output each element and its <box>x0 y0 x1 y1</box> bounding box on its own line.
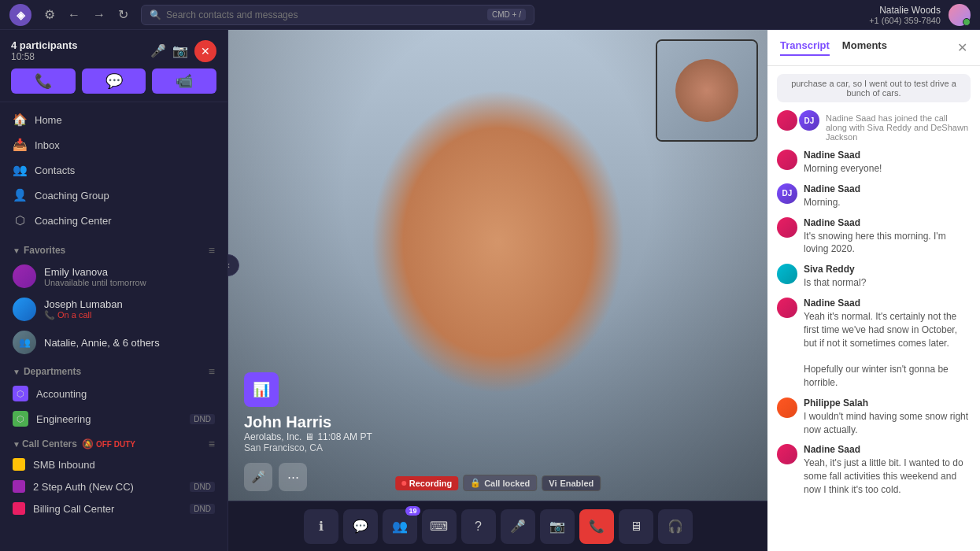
mic-button[interactable]: 🎤 <box>501 509 535 544</box>
sidebar: 4 participants 10:58 🎤 📷 ✕ 📞 💬 📹 🏠 Home <box>0 30 228 551</box>
tab-moments[interactable]: Moments <box>842 39 887 56</box>
camera-button[interactable]: 📷 <box>172 43 188 58</box>
2step-dnd-badge: DND <box>190 482 215 492</box>
coaching-center-icon: ⬡ <box>13 213 27 227</box>
msg-sender-5: Nadine Saad <box>804 298 971 309</box>
msg-sender-4: Siva Reddy <box>804 264 971 275</box>
forward-button[interactable]: → <box>90 5 109 25</box>
avatar[interactable] <box>949 4 971 26</box>
sidebar-item-contacts[interactable]: 👥 Contacts <box>0 157 227 183</box>
user-name: Natalie Woods <box>869 5 941 16</box>
favorite-group[interactable]: 👥 Natalie, Annie, & 6 others <box>0 326 227 359</box>
recording-dot <box>401 481 406 486</box>
transcript-close-button[interactable]: ✕ <box>957 40 967 55</box>
search-bar[interactable]: 🔍 CMD + / <box>141 5 534 25</box>
favorite-emily-avatar <box>13 264 36 288</box>
chat-button[interactable]: 💬 <box>343 509 378 544</box>
dept-accounting[interactable]: ⬡ Accounting <box>0 381 227 406</box>
caller-name: John Harris <box>244 413 372 431</box>
chat-action-button[interactable]: 💬 <box>82 68 146 94</box>
msg-nadine-3: Nadine Saad Yeah it's normal. It's certa… <box>777 298 971 390</box>
phone-action-button[interactable]: 📞 <box>11 68 76 94</box>
overlay-more-button[interactable]: ⋯ <box>279 463 307 491</box>
cc-smb-inbound-name: SMB Inbound <box>33 459 95 471</box>
sidebar-item-coaching-group[interactable]: 👤 Coaching Group <box>0 183 227 208</box>
search-input[interactable] <box>166 9 483 20</box>
keyboard-shortcut: CMD + / <box>487 9 526 20</box>
chat-icon: 💬 <box>353 519 368 534</box>
video-action-button[interactable]: 📹 <box>152 68 216 94</box>
sidebar-item-coaching-center[interactable]: ⬡ Coaching Center <box>0 208 227 233</box>
participants-button[interactable]: 👥 19 <box>383 509 417 544</box>
screen-share-button[interactable]: 🖥 <box>619 509 653 544</box>
favorites-label: Favorites <box>24 245 65 256</box>
pip-video <box>656 39 758 142</box>
screen-share-icon: 🖥 <box>630 520 642 534</box>
favorites-collapse-icon: ▼ <box>13 246 20 255</box>
msg-text-5: Yeah it's normal. It's certainly not the… <box>804 310 971 390</box>
call-timer: 10:58 <box>11 51 78 62</box>
msg-text-2: Morning. <box>804 196 971 209</box>
info-icon: ℹ <box>319 519 324 534</box>
settings-button[interactable]: ⚙ <box>41 4 58 25</box>
billing-dot <box>13 502 25 515</box>
cc-2step-auth[interactable]: 2 Step Auth (New CC) DND <box>0 475 227 497</box>
camera-button[interactable]: 📷 <box>540 509 575 544</box>
departments-section-header[interactable]: ▼ Departments ≡ <box>0 359 227 381</box>
headset-button[interactable]: 🎧 <box>658 509 693 544</box>
sidebar-item-coaching-group-label: Coaching Group <box>35 190 109 202</box>
enabled-label: Enabled <box>560 479 594 488</box>
msg-text-3: It's snowing here this morning. I'm lovi… <box>804 230 971 257</box>
msg-sender-1: Nadine Saad <box>804 150 971 161</box>
msg-siva-1: Siva Reddy Is that normal? <box>777 264 971 290</box>
sidebar-item-inbox-label: Inbox <box>35 139 60 151</box>
favorite-joseph[interactable]: Joseph Lumaban 📞 On a call <box>0 293 227 326</box>
help-button[interactable]: ? <box>461 509 496 544</box>
end-call-button[interactable]: 📞 <box>579 509 614 544</box>
locked-label: Call locked <box>484 479 530 488</box>
pip-avatar <box>675 59 738 122</box>
favorite-group-name: Natalie, Annie, & 6 others <box>44 337 160 349</box>
2step-auth-dot <box>13 480 25 493</box>
main-content: 4 participants 10:58 🎤 📷 ✕ 📞 💬 📹 🏠 Home <box>0 30 980 551</box>
help-icon: ? <box>475 520 482 534</box>
dialpad-button[interactable]: ⌨ <box>422 509 457 544</box>
call-centers-label: Call Centers <box>22 438 77 449</box>
video-wrapper: ‹ 📊 John Harris Aerolabs, Inc. 🖥 11:0 <box>228 30 767 551</box>
favorite-emily[interactable]: Emily Ivanova Unavailable until tomorrow <box>0 260 227 293</box>
sidebar-item-inbox[interactable]: 📥 Inbox <box>0 132 227 157</box>
favorites-section-header[interactable]: ▼ Favorites ≡ <box>0 238 227 260</box>
back-button[interactable]: ← <box>65 5 83 25</box>
cc-smb-inbound[interactable]: SMB Inbound <box>0 453 227 475</box>
sidebar-item-contacts-label: Contacts <box>35 165 75 176</box>
tab-transcript[interactable]: Transcript <box>780 39 830 56</box>
enabled-prefix: Vi <box>549 479 557 488</box>
accounting-icon: ⬡ <box>13 386 28 401</box>
info-button[interactable]: ℹ <box>304 509 338 544</box>
departments-controls: ≡ <box>209 365 215 378</box>
philippe-avatar <box>777 398 797 418</box>
cc-2step-auth-name: 2 Step Auth (New CC) <box>33 481 134 493</box>
smb-inbound-dot <box>13 458 25 471</box>
transcript-panel: Transcript Moments ✕ purchase a car, so … <box>767 30 980 551</box>
refresh-button[interactable]: ↻ <box>115 4 131 25</box>
off-duty-label: OFF DUTY <box>96 440 135 449</box>
caller-ai-icon: 📊 <box>244 372 279 407</box>
overlay-mic-button[interactable]: 🎤 <box>244 463 272 491</box>
join-notice-text: Nadine Saad has joined the call along wi… <box>826 110 971 142</box>
favorite-group-avatar: 👥 <box>13 331 36 354</box>
nadine-avatar-5 <box>777 444 797 464</box>
sidebar-item-home[interactable]: 🏠 Home <box>0 107 227 132</box>
recording-label: Recording <box>409 479 452 488</box>
coaching-group-icon: 👤 <box>13 188 27 202</box>
cc-billing[interactable]: Billing Call Center DND <box>0 497 227 520</box>
mute-button[interactable]: 🎤 <box>150 43 166 58</box>
nav-section: 🏠 Home 📥 Inbox 👥 Contacts 👤 Coaching Gro… <box>0 102 227 238</box>
msg-dj-1: DJ Nadine Saad Morning. <box>777 183 971 209</box>
call-centers-collapse-icon: ▼ <box>13 440 20 449</box>
video-main: ‹ 📊 John Harris Aerolabs, Inc. 🖥 11:0 <box>228 30 767 501</box>
nadine-avatar-4 <box>777 298 797 318</box>
dept-engineering[interactable]: ⬡ Engineering DND <box>0 406 227 431</box>
end-call-button[interactable]: ✕ <box>194 40 216 62</box>
desktop-icon: 🖥 <box>305 431 314 442</box>
